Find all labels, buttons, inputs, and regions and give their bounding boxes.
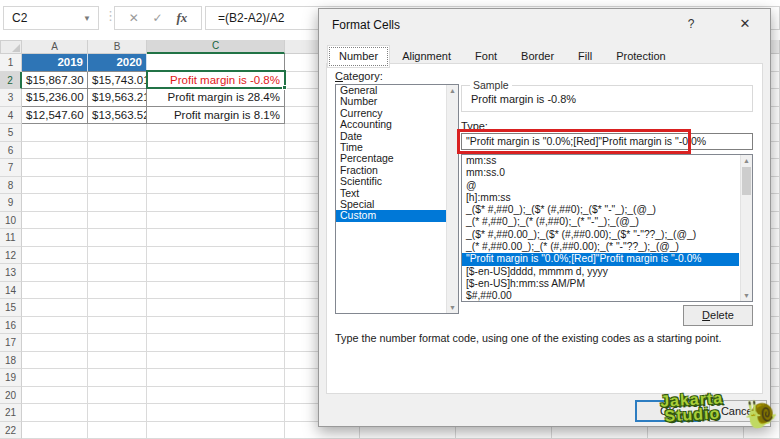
- cell-C17[interactable]: [147, 334, 285, 352]
- cell-C19[interactable]: [147, 369, 285, 387]
- category-listbox[interactable]: GeneralNumberCurrencyAccountingDateTimeP…: [335, 84, 459, 314]
- format-code-item[interactable]: [$-en-US]dddd, mmmm d, yyyy: [462, 266, 739, 278]
- cell-B18[interactable]: [88, 352, 147, 370]
- cell-B22[interactable]: [88, 422, 147, 439]
- confirm-entry-icon[interactable]: ✓: [153, 11, 163, 25]
- cell-A1[interactable]: 2019: [22, 54, 88, 72]
- cell-B1[interactable]: 2020: [88, 54, 147, 72]
- cell-B12[interactable]: [88, 247, 147, 265]
- cell-C5[interactable]: [147, 124, 285, 142]
- cell-C9[interactable]: [147, 194, 285, 212]
- row-header-2[interactable]: 2: [0, 72, 22, 90]
- dialog-help-button[interactable]: ?: [676, 13, 706, 35]
- format-code-item[interactable]: [$-en-US]h:mm:ss AM/PM: [462, 278, 739, 290]
- cell-C21[interactable]: [147, 404, 285, 422]
- format-code-item[interactable]: mm:ss: [462, 155, 739, 167]
- cell-C2[interactable]: Profit margin is -0.8%: [147, 72, 285, 90]
- cell-C13[interactable]: [147, 264, 285, 282]
- cell-B5[interactable]: [88, 124, 147, 142]
- row-header-19[interactable]: 19: [0, 369, 22, 387]
- cell-A15[interactable]: [22, 299, 88, 317]
- name-box[interactable]: C2 ▼: [3, 6, 99, 30]
- category-scrollbar[interactable]: ▲ ▼: [446, 85, 458, 313]
- dialog-close-icon[interactable]: ✕: [728, 13, 762, 35]
- cell-C20[interactable]: [147, 387, 285, 405]
- row-header-22[interactable]: 22: [0, 422, 22, 439]
- type-input[interactable]: "Profit margin is "0.0%;[Red]"Profit mar…: [461, 133, 753, 150]
- scroll-down-icon[interactable]: ▼: [741, 290, 752, 301]
- cell-C4[interactable]: Profit margin is 8.1%: [147, 107, 285, 125]
- cell-A8[interactable]: [22, 177, 88, 195]
- format-code-item[interactable]: _($* #,##0_);_($* (#,##0);_($* "-"_);_(@…: [462, 204, 739, 216]
- row-header-12[interactable]: 12: [0, 247, 22, 265]
- tab-border[interactable]: Border: [509, 45, 566, 68]
- cell-B7[interactable]: [88, 159, 147, 177]
- category-item-accounting[interactable]: Accounting: [336, 119, 458, 130]
- cell-A11[interactable]: [22, 229, 88, 247]
- name-box-dropdown-icon[interactable]: ▼: [83, 14, 98, 23]
- cancel-entry-icon[interactable]: ✕: [129, 11, 139, 25]
- format-code-item[interactable]: _($* #,##0.00_);_($* (#,##0.00);_($* "-"…: [462, 229, 739, 241]
- cell-C11[interactable]: [147, 229, 285, 247]
- row-header-17[interactable]: 17: [0, 334, 22, 352]
- row-header-14[interactable]: 14: [0, 282, 22, 300]
- cell-A9[interactable]: [22, 194, 88, 212]
- row-header-21[interactable]: 21: [0, 404, 22, 422]
- format-code-item[interactable]: "Profit margin is "0.0%;[Red]"Profit mar…: [462, 253, 739, 265]
- cell-B4[interactable]: $13,563.52: [88, 107, 147, 125]
- cell-B14[interactable]: [88, 282, 147, 300]
- format-code-item[interactable]: @: [462, 180, 739, 192]
- cell-B9[interactable]: [88, 194, 147, 212]
- format-code-item[interactable]: $#,##0.00: [462, 290, 739, 302]
- cell-A7[interactable]: [22, 159, 88, 177]
- cell-A18[interactable]: [22, 352, 88, 370]
- category-item-custom[interactable]: Custom: [336, 210, 458, 221]
- select-all-corner[interactable]: [0, 40, 22, 54]
- cell-C1[interactable]: [147, 54, 285, 72]
- category-item-scientific[interactable]: Scientific: [336, 176, 458, 187]
- row-header-11[interactable]: 11: [0, 229, 22, 247]
- cell-B2[interactable]: $15,743.01: [88, 72, 147, 90]
- cell-C8[interactable]: [147, 177, 285, 195]
- cell-A6[interactable]: [22, 142, 88, 160]
- cell-B17[interactable]: [88, 334, 147, 352]
- cell-B19[interactable]: [88, 369, 147, 387]
- cell-C12[interactable]: [147, 247, 285, 265]
- cell-A22[interactable]: [22, 422, 88, 439]
- cell-A10[interactable]: [22, 212, 88, 230]
- cell-A19[interactable]: [22, 369, 88, 387]
- tab-number[interactable]: Number: [327, 45, 390, 68]
- delete-button[interactable]: Delete: [683, 305, 753, 326]
- row-header-9[interactable]: 9: [0, 194, 22, 212]
- cell-A12[interactable]: [22, 247, 88, 265]
- code-scrollbar[interactable]: ▲ ▼: [740, 155, 752, 301]
- tab-fill[interactable]: Fill: [566, 45, 604, 68]
- format-code-item[interactable]: [h]:mm:ss: [462, 192, 739, 204]
- cell-B10[interactable]: [88, 212, 147, 230]
- cell-B21[interactable]: [88, 404, 147, 422]
- cell-C16[interactable]: [147, 317, 285, 335]
- row-header-1[interactable]: 1: [0, 54, 22, 72]
- row-header-20[interactable]: 20: [0, 387, 22, 405]
- cell-B11[interactable]: [88, 229, 147, 247]
- row-header-6[interactable]: 6: [0, 142, 22, 160]
- scroll-up-icon[interactable]: ▲: [447, 85, 458, 96]
- tab-alignment[interactable]: Alignment: [390, 45, 463, 68]
- cell-A5[interactable]: [22, 124, 88, 142]
- cell-C3[interactable]: Profit margin is 28.4%: [147, 89, 285, 107]
- cell-A17[interactable]: [22, 334, 88, 352]
- cell-A14[interactable]: [22, 282, 88, 300]
- tab-protection[interactable]: Protection: [604, 45, 678, 68]
- cell-B3[interactable]: $19,563.21: [88, 89, 147, 107]
- cell-A16[interactable]: [22, 317, 88, 335]
- row-header-3[interactable]: 3: [0, 89, 22, 107]
- row-header-18[interactable]: 18: [0, 352, 22, 370]
- column-header-A[interactable]: A: [22, 40, 88, 54]
- cell-A13[interactable]: [22, 264, 88, 282]
- row-header-7[interactable]: 7: [0, 159, 22, 177]
- format-code-item[interactable]: _(* #,##0_);_(* (#,##0);_(* "-"_);_(@_): [462, 216, 739, 228]
- scrollbar-thumb[interactable]: [742, 167, 751, 195]
- format-code-listbox[interactable]: mm:ssmm:ss.0@[h]:mm:ss_($* #,##0_);_($* …: [461, 154, 753, 302]
- cell-B13[interactable]: [88, 264, 147, 282]
- row-header-16[interactable]: 16: [0, 317, 22, 335]
